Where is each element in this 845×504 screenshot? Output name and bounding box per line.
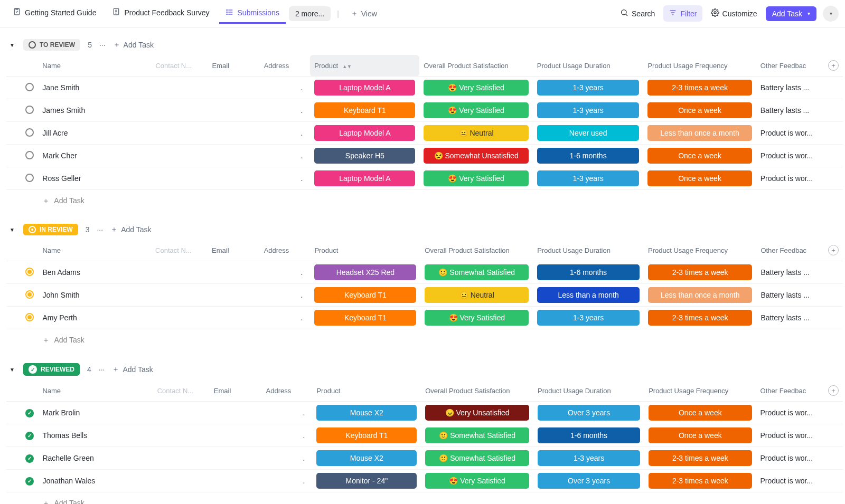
col-satisfaction[interactable]: Overall Product Satisfaction	[421, 380, 533, 402]
pill-value[interactable]: 1-6 months	[537, 148, 640, 164]
status-badge[interactable]: ✓ REVIEWED	[23, 363, 80, 376]
cell-address[interactable]: .	[262, 470, 313, 492]
add-column-button[interactable]: ＋	[828, 245, 839, 255]
pill-value[interactable]: 2-3 times a week	[649, 450, 752, 466]
cell-feedback[interactable]: Battery lasts ...	[756, 261, 824, 284]
table-row[interactable]: Ross Geller . Laptop Model A 😍 Very Sati…	[6, 167, 843, 190]
pill-value[interactable]: 😠 Very Unsatisfied	[425, 405, 529, 421]
pill-value[interactable]: Never used	[537, 125, 640, 141]
cell-address[interactable]: .	[260, 261, 311, 284]
table-row[interactable]: Ben Adams . Headset X25 Red 🙂 Somewhat S…	[6, 261, 843, 284]
pill-value[interactable]: Less than once a month	[647, 125, 752, 141]
pill-value[interactable]: Keyboard T1	[314, 310, 416, 326]
col-name[interactable]: Name	[38, 380, 153, 402]
cell-address[interactable]: .	[260, 122, 311, 145]
table-row[interactable]: John Smith . Keyboard T1 😐 Neutral Less …	[6, 284, 843, 307]
task-name[interactable]: Jill Acre	[38, 122, 151, 145]
pill-value[interactable]: Mouse X2	[316, 450, 417, 466]
more-tabs[interactable]: 2 more...	[289, 6, 331, 21]
table-row[interactable]: ✓ Mark Brolin . Mouse X2 😠 Very Unsatisf…	[6, 402, 843, 424]
pill-value[interactable]: Headset X25 Red	[314, 264, 416, 280]
pill-value[interactable]: 2-3 times a week	[648, 310, 752, 326]
cell-address[interactable]: .	[260, 77, 311, 99]
pill-value[interactable]: 😐 Neutral	[424, 125, 529, 141]
col-duration[interactable]: Product Usage Duration	[533, 240, 644, 261]
cell-feedback[interactable]: Product is wor...	[756, 167, 824, 190]
cell-address[interactable]: .	[260, 145, 311, 167]
pill-value[interactable]: Over 3 years	[538, 473, 640, 489]
pill-value[interactable]: Speaker H5	[314, 148, 415, 164]
col-product[interactable]: Product▲▼	[310, 55, 419, 77]
add-column-button[interactable]: ＋	[828, 385, 839, 396]
task-name[interactable]: Jane Smith	[38, 77, 151, 99]
customize-button[interactable]: Customize	[706, 5, 763, 22]
col-contact[interactable]: Contact N...	[151, 240, 208, 261]
pill-value[interactable]: 2-3 times a week	[648, 264, 752, 280]
task-name[interactable]: James Smith	[38, 99, 151, 122]
pill-value[interactable]: 2-3 times a week	[647, 80, 752, 96]
panel-toggle-button[interactable]: ▾	[823, 6, 839, 22]
cell-feedback[interactable]: Product is wor...	[756, 402, 824, 424]
status-ring-icon[interactable]	[25, 174, 34, 182]
pill-value[interactable]: 🙂 Somewhat Satisfied	[425, 264, 529, 280]
table-row[interactable]: Mark Cher . Speaker H5 😒 Somewhat Unsati…	[6, 145, 843, 167]
status-ring-icon[interactable]	[25, 268, 34, 276]
pill-value[interactable]: 1-6 months	[537, 264, 640, 280]
col-duration[interactable]: Product Usage Duration	[533, 55, 644, 77]
task-name[interactable]: Mark Brolin	[38, 402, 153, 424]
group-add-task[interactable]: ＋Add Task	[112, 365, 153, 374]
table-row[interactable]: ✓ Thomas Bells . Keyboard T1 🙂 Somewhat …	[6, 424, 843, 447]
status-check-icon[interactable]: ✓	[25, 477, 34, 486]
pill-value[interactable]: Laptop Model A	[314, 170, 415, 186]
pill-value[interactable]: Mouse X2	[316, 405, 417, 421]
pill-value[interactable]: Once a week	[649, 427, 752, 443]
pill-value[interactable]: 🙂 Somewhat Satisfied	[425, 427, 529, 443]
pill-value[interactable]: 🙂 Somewhat Satisfied	[425, 450, 529, 466]
col-satisfaction[interactable]: Overall Product Satisfaction	[419, 55, 533, 77]
col-address[interactable]: Address	[262, 380, 313, 402]
col-frequency[interactable]: Product Usage Frequency	[644, 240, 756, 261]
status-check-icon[interactable]: ✓	[25, 454, 34, 463]
status-badge[interactable]: TO REVIEW	[23, 39, 80, 51]
collapse-toggle[interactable]: ▼	[8, 42, 16, 48]
add-column-button[interactable]: ＋	[828, 60, 839, 71]
pill-value[interactable]: 😍 Very Satisfied	[424, 102, 529, 118]
cell-address[interactable]: .	[260, 167, 311, 190]
task-name[interactable]: Amy Perth	[38, 307, 151, 329]
pill-value[interactable]: 😍 Very Satisfied	[425, 473, 529, 489]
pill-value[interactable]: 1-3 years	[537, 170, 640, 186]
pill-value[interactable]: Once a week	[647, 170, 752, 186]
status-ring-icon[interactable]	[25, 151, 34, 159]
pill-value[interactable]: 😐 Neutral	[425, 287, 529, 303]
col-contact[interactable]: Contact N...	[153, 380, 210, 402]
cell-feedback[interactable]: Product is wor...	[756, 424, 824, 447]
tab-submissions[interactable]: Submissions	[219, 4, 286, 24]
pill-value[interactable]: 1-3 years	[537, 102, 640, 118]
cell-address[interactable]: .	[262, 402, 313, 424]
table-row[interactable]: Amy Perth . Keyboard T1 😍 Very Satisfied…	[6, 307, 843, 329]
tab-getting-started[interactable]: Getting Started Guide	[6, 3, 102, 24]
add-task-primary-button[interactable]: Add Task ▾	[766, 6, 816, 21]
pill-value[interactable]: 😒 Somewhat Unsatisfied	[424, 148, 529, 164]
table-row[interactable]: Jane Smith . Laptop Model A 😍 Very Satis…	[6, 77, 843, 99]
pill-value[interactable]: 😍 Very Satisfied	[425, 310, 529, 326]
add-task-row[interactable]: ＋Add Task	[6, 190, 843, 213]
cell-feedback[interactable]: Product is wor...	[756, 122, 824, 145]
cell-feedback[interactable]: Battery lasts ...	[756, 284, 824, 307]
group-add-task[interactable]: ＋Add Task	[110, 225, 151, 234]
collapse-toggle[interactable]: ▼	[8, 367, 16, 373]
pill-value[interactable]: Keyboard T1	[314, 287, 416, 303]
pill-value[interactable]: 1-3 years	[537, 310, 640, 326]
cell-feedback[interactable]: Product is wor...	[756, 447, 824, 470]
table-row[interactable]: James Smith . Keyboard T1 😍 Very Satisfi…	[6, 99, 843, 122]
status-check-icon[interactable]: ✓	[25, 409, 34, 417]
status-ring-icon[interactable]	[25, 106, 34, 114]
pill-value[interactable]: Laptop Model A	[314, 125, 415, 141]
search-button[interactable]: Search	[615, 5, 660, 22]
status-ring-icon[interactable]	[25, 128, 34, 137]
cell-feedback[interactable]: Battery lasts ...	[756, 99, 824, 122]
task-name[interactable]: Rachelle Green	[38, 447, 153, 470]
pill-value[interactable]: 😍 Very Satisfied	[424, 170, 529, 186]
col-contact[interactable]: Contact N...	[151, 55, 208, 77]
cell-address[interactable]: .	[260, 284, 311, 307]
